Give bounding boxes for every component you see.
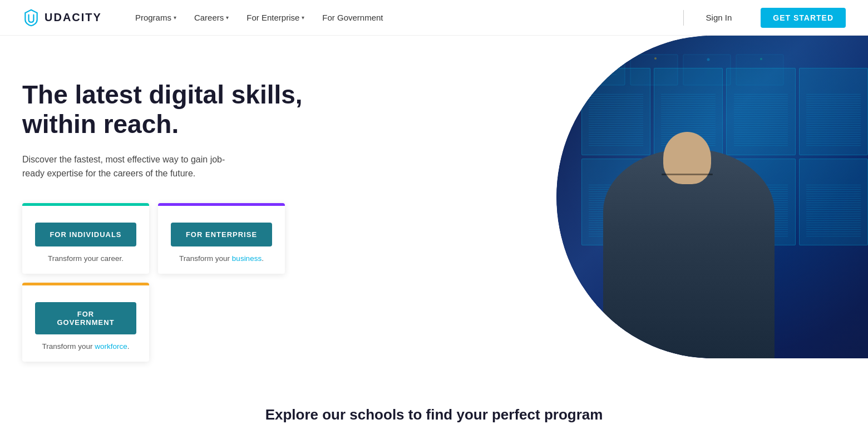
- logo[interactable]: UDACITY: [22, 9, 102, 27]
- card-tagline-individuals: Transform your career.: [48, 254, 124, 263]
- logo-text: UDACITY: [45, 11, 102, 24]
- udacity-logo-icon: [22, 9, 40, 27]
- chevron-down-icon: ▾: [302, 14, 304, 21]
- card-tagline-enterprise: Transform your business.: [179, 254, 264, 263]
- card-tagline-government: Transform your workforce.: [42, 342, 129, 351]
- chevron-down-icon: ▾: [226, 14, 229, 21]
- card-bar-yellow: [22, 283, 149, 285]
- monitor-screen: [799, 159, 868, 246]
- monitor-screen: [799, 68, 868, 155]
- card-bar-green: [22, 203, 149, 206]
- ambient-monitor-svg: [572, 52, 795, 208]
- card-bar-purple: [158, 203, 285, 206]
- hero-image: [556, 36, 868, 358]
- hero-title: The latest digital skills, within reach.: [22, 80, 356, 139]
- schools-title: Explore our schools to find your perfect…: [22, 406, 846, 423]
- nav-divider: [683, 10, 684, 26]
- svg-rect-2: [683, 55, 731, 85]
- card-enterprise: FOR ENTERPRISE Transform your business.: [158, 203, 285, 274]
- hero-section: The latest digital skills, within reach.…: [0, 36, 868, 384]
- nav-careers[interactable]: Careers ▾: [194, 13, 229, 22]
- svg-rect-1: [630, 55, 678, 85]
- for-individuals-button[interactable]: FOR INDIVIDUALS: [35, 223, 136, 246]
- hero-subtitle: Discover the fastest, most effective way…: [22, 152, 234, 181]
- navbar: UDACITY Programs ▾ Careers ▾ For Enterpr…: [0, 0, 868, 36]
- svg-point-11: [760, 58, 762, 60]
- schools-section: Explore our schools to find your perfect…: [0, 384, 868, 434]
- audience-cards: FOR INDIVIDUALS Transform your career. F…: [22, 203, 356, 362]
- svg-point-8: [598, 58, 601, 62]
- chevron-down-icon: ▾: [174, 14, 176, 21]
- nav-programs[interactable]: Programs ▾: [135, 13, 176, 22]
- svg-rect-3: [736, 55, 783, 85]
- svg-point-9: [654, 57, 657, 60]
- svg-point-10: [707, 58, 710, 61]
- hero-image-circle: [556, 36, 868, 358]
- for-government-button[interactable]: FOR GOVERNMENT: [35, 302, 136, 334]
- card-individuals: FOR INDIVIDUALS Transform your career.: [22, 203, 149, 274]
- nav-government[interactable]: For Government: [322, 13, 383, 22]
- card-government: FOR GOVERNMENT Transform your workforce.: [22, 283, 149, 362]
- nav-links: Programs ▾ Careers ▾ For Enterprise ▾ Fo…: [135, 8, 846, 28]
- nav-enterprise[interactable]: For Enterprise ▾: [246, 13, 304, 22]
- signin-link[interactable]: Sign In: [706, 13, 732, 22]
- for-enterprise-button[interactable]: FOR ENTERPRISE: [171, 223, 272, 246]
- get-started-button[interactable]: GET STARTED: [761, 8, 846, 28]
- hero-content: The latest digital skills, within reach.…: [22, 69, 356, 362]
